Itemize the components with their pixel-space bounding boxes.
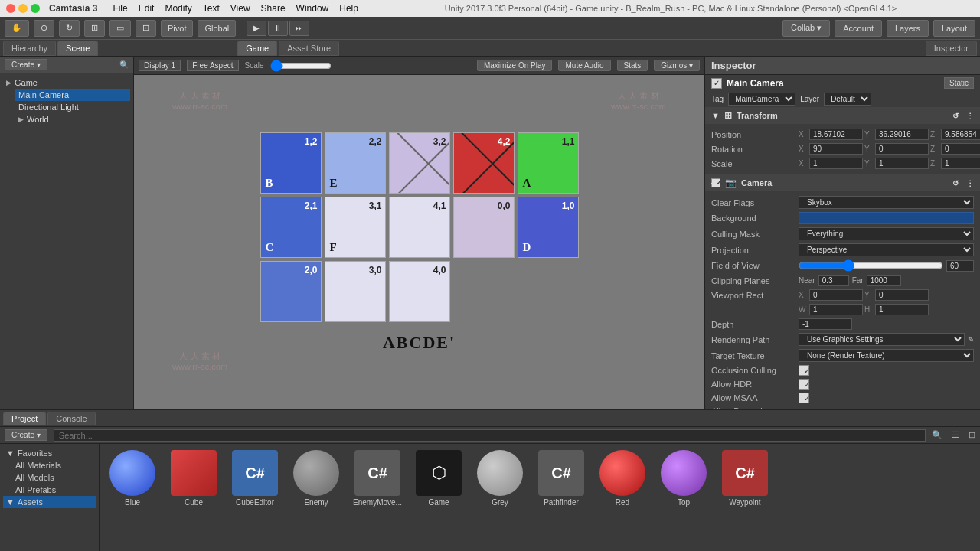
menu-window[interactable]: Window xyxy=(296,3,329,14)
asset-enemy[interactable]: Enemy xyxy=(289,450,343,507)
background-color[interactable] xyxy=(799,212,974,224)
tab-hierarchy[interactable]: Hierarchy xyxy=(3,41,56,56)
camera-checkbox[interactable]: ✓ xyxy=(711,178,720,187)
camera-header[interactable]: ✓ 📷 Camera ↺ ⋮ xyxy=(705,174,980,191)
tab-console[interactable]: Console xyxy=(47,412,95,425)
gizmos-button[interactable]: Gizmos ▾ xyxy=(654,60,700,71)
menu-text[interactable]: Text xyxy=(203,3,220,14)
camera-reset-icon[interactable]: ↺ xyxy=(952,179,959,187)
layers-button[interactable]: Layers xyxy=(887,20,929,37)
close-button[interactable] xyxy=(6,4,15,13)
vp-y[interactable] xyxy=(875,289,929,301)
maximize-on-play[interactable]: Maximize On Play xyxy=(477,60,553,71)
pause-button[interactable]: ⏸ xyxy=(268,21,288,36)
minimize-button[interactable] xyxy=(18,4,28,13)
hier-item-1[interactable]: Main Camera xyxy=(15,89,130,101)
hier-item-2[interactable]: Directional Light xyxy=(15,101,130,113)
asset-blue[interactable]: Blue xyxy=(106,450,159,507)
menu-modify[interactable]: Modify xyxy=(165,3,191,14)
menu-file[interactable]: File xyxy=(113,3,127,14)
maximize-button[interactable] xyxy=(31,4,40,13)
fov-value[interactable] xyxy=(946,260,974,272)
camera-menu-icon[interactable]: ⋮ xyxy=(966,179,974,187)
gameobject-checkbox[interactable] xyxy=(711,78,722,89)
rotation-z[interactable] xyxy=(941,143,980,155)
occlusion-checkbox[interactable]: ✓ xyxy=(799,365,809,376)
search-icon[interactable]: 🔍 xyxy=(932,430,942,440)
asset-top[interactable]: Top xyxy=(657,450,710,507)
tab-inspector[interactable]: Inspector xyxy=(926,41,977,56)
static-toggle[interactable]: Static xyxy=(944,77,974,89)
collab-button[interactable]: Collab ▾ xyxy=(782,20,830,37)
target-texture-select[interactable]: None (Render Texture) xyxy=(799,349,974,362)
hier-item-3[interactable]: ▶ World xyxy=(15,113,130,126)
culling-mask-select[interactable]: Everything xyxy=(799,227,974,240)
menu-view[interactable]: View xyxy=(230,3,250,14)
pivot-button[interactable]: Pivot xyxy=(161,20,193,37)
transform-tool[interactable]: ⊡ xyxy=(136,20,156,37)
asset-cube[interactable]: Cube xyxy=(167,450,220,507)
asset-game[interactable]: ⬡ Game xyxy=(412,450,466,507)
menu-icon[interactable]: ⋮ xyxy=(966,112,974,120)
play-button[interactable]: ▶ xyxy=(247,21,266,36)
stats-button[interactable]: Stats xyxy=(617,60,648,71)
depth-input[interactable] xyxy=(799,318,852,330)
near-input[interactable] xyxy=(818,275,849,286)
tab-scene[interactable]: Scene xyxy=(57,41,98,56)
projection-select[interactable]: Perspective xyxy=(799,243,974,256)
tab-game[interactable]: Game xyxy=(237,41,277,56)
hier-item-0[interactable]: ▶ Game xyxy=(3,77,130,89)
fov-slider[interactable] xyxy=(799,259,943,272)
global-button[interactable]: Global xyxy=(198,20,236,37)
hierarchy-search[interactable]: 🔍 xyxy=(119,60,129,69)
vp-x[interactable] xyxy=(809,289,863,301)
layer-select[interactable]: Default xyxy=(824,93,871,106)
account-button[interactable]: Account xyxy=(835,20,882,37)
menu-help[interactable]: Help xyxy=(339,3,358,14)
filter-icon[interactable]: ☰ xyxy=(952,430,959,440)
view-icon[interactable]: ⊞ xyxy=(969,430,975,440)
scale-y[interactable] xyxy=(875,158,929,169)
transform-header[interactable]: ▼ ⊞ Transform ↺ ⋮ xyxy=(705,107,980,124)
rotation-x[interactable] xyxy=(809,143,863,155)
tab-asset-store[interactable]: Asset Store xyxy=(279,41,339,56)
asset-pathfinder[interactable]: C# Pathfinder xyxy=(534,450,588,507)
sidebar-all-prefabs[interactable]: All Prefabs xyxy=(12,484,96,496)
hierarchy-create-button[interactable]: Create ▾ xyxy=(5,59,47,70)
tag-select[interactable]: MainCamera xyxy=(728,93,795,106)
position-y[interactable] xyxy=(875,129,929,140)
far-input[interactable] xyxy=(867,275,901,286)
move-tool[interactable]: ⊕ xyxy=(34,20,54,37)
asset-red[interactable]: Red xyxy=(596,450,649,507)
sidebar-favorites[interactable]: ▼ Favorites xyxy=(3,447,96,459)
reset-icon[interactable]: ↺ xyxy=(952,112,959,120)
vp-w[interactable] xyxy=(809,304,863,315)
menu-share[interactable]: Share xyxy=(261,3,286,14)
project-search[interactable] xyxy=(54,429,926,442)
asset-grey[interactable]: Grey xyxy=(473,450,527,507)
position-x[interactable] xyxy=(809,129,863,140)
scale-z[interactable] xyxy=(941,158,980,169)
menu-edit[interactable]: Edit xyxy=(139,3,155,14)
rect-tool[interactable]: ▭ xyxy=(109,20,131,37)
vp-h[interactable] xyxy=(875,304,929,315)
hand-tool[interactable]: ✋ xyxy=(5,20,29,37)
rotate-tool[interactable]: ↻ xyxy=(59,20,80,37)
scale-x[interactable] xyxy=(809,158,863,169)
step-button[interactable]: ⏭ xyxy=(289,21,309,36)
asset-waypoint[interactable]: C# Waypoint xyxy=(718,450,772,507)
position-z[interactable] xyxy=(941,129,980,140)
sidebar-assets[interactable]: ▼ Assets xyxy=(3,496,96,508)
mute-audio[interactable]: Mute Audio xyxy=(558,60,610,71)
scale-slider[interactable] xyxy=(270,60,332,72)
msaa-checkbox[interactable]: ✓ xyxy=(799,393,809,403)
sidebar-all-materials[interactable]: All Materials xyxy=(12,459,96,471)
edit-icon[interactable]: ✎ xyxy=(968,335,974,344)
rotation-y[interactable] xyxy=(875,143,929,155)
asset-enemymove[interactable]: C# EnemyMove... xyxy=(351,450,404,507)
scale-tool[interactable]: ⊞ xyxy=(84,20,105,37)
asset-cubeeditor[interactable]: C# CubeEditor xyxy=(228,450,282,507)
clear-flags-select[interactable]: Skybox xyxy=(799,196,974,209)
layout-button[interactable]: Layout xyxy=(933,20,975,37)
tab-project[interactable]: Project xyxy=(3,412,46,425)
